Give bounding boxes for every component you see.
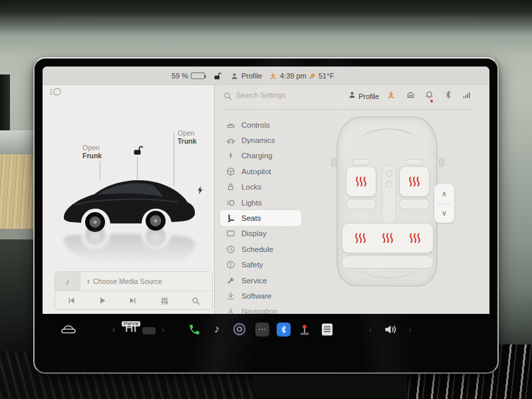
menu-item-lights[interactable]: Lights	[220, 195, 301, 210]
person-icon	[230, 72, 239, 80]
seat-heater-front-left[interactable]	[346, 159, 376, 209]
notifications-bell-icon[interactable]	[425, 90, 434, 99]
menu-label: Controls	[241, 121, 270, 129]
ellipsis-icon: ⋯	[255, 323, 269, 336]
notes-app-button[interactable]	[317, 314, 337, 344]
clock-icon	[225, 245, 235, 254]
menu-item-locks[interactable]: Locks	[220, 180, 301, 195]
windshield-line	[352, 128, 424, 151]
cell-signal-icon	[462, 90, 471, 99]
tesla-touchscreen: 59 % Profile	[33, 57, 499, 374]
dashboard-photo: 59 % Profile	[0, 0, 532, 399]
unlock-indicator[interactable]	[213, 66, 221, 85]
arcade-app-button[interactable]	[295, 314, 315, 344]
battery-icon	[191, 72, 205, 79]
bluetooth-app-button[interactable]	[273, 314, 293, 344]
media-options-icon[interactable]	[160, 297, 169, 305]
car-dynamics-icon	[225, 136, 235, 145]
menu-item-service[interactable]: Service	[220, 273, 301, 288]
seat-heater-rear-right[interactable]	[408, 233, 422, 243]
wrench-icon	[225, 276, 235, 285]
search-divider	[221, 109, 473, 110]
download-icon	[225, 291, 235, 301]
menu-item-navigation[interactable]: Navigation	[220, 304, 301, 314]
previous-track-button[interactable]	[67, 297, 75, 305]
open-frunk-button[interactable]: Open Frunk	[82, 144, 102, 160]
next-track-button[interactable]	[129, 297, 137, 305]
menu-label: Dynamics	[241, 136, 275, 144]
menu-label: Navigation	[241, 307, 277, 314]
menu-label: Lights	[241, 199, 262, 207]
menu-item-controls[interactable]: Controls	[220, 117, 301, 132]
software-update-indicator[interactable]	[269, 66, 277, 85]
seat-cushion	[346, 199, 376, 209]
podcast-app-button[interactable]	[229, 314, 249, 344]
media-back-icon: ‹	[87, 277, 90, 286]
bottom-dock: ‹ Manual HI › ♪ ⋯	[43, 314, 489, 347]
status-bar: 59 % Profile	[43, 66, 489, 85]
bench-cushion	[342, 255, 434, 269]
settings-profile-button[interactable]: Profile	[358, 92, 379, 100]
volume-icon[interactable]	[380, 314, 400, 344]
menu-label: Safety	[241, 261, 263, 269]
driver-profile[interactable]: Profile	[230, 66, 262, 85]
phone-app-button[interactable]	[184, 314, 204, 344]
seat-heater-rear-center[interactable]	[381, 233, 394, 243]
menu-label: Charging	[241, 152, 273, 160]
media-search-icon[interactable]	[192, 297, 200, 305]
seat-icon	[225, 213, 235, 223]
center-console	[382, 164, 396, 224]
update-download-icon	[269, 72, 277, 80]
outside-temperature: 51°F	[307, 66, 334, 85]
menu-item-safety[interactable]: Safety	[220, 257, 301, 273]
menu-item-seats[interactable]: Seats	[220, 210, 301, 225]
menu-item-software[interactable]: Software	[220, 288, 301, 303]
charge-port-flash-icon[interactable]	[197, 186, 203, 194]
open-trunk-button[interactable]: Open Trunk	[178, 129, 197, 145]
media-source-button[interactable]: ‹ Choose Media Source	[80, 272, 162, 291]
profile-label: Profile	[241, 72, 262, 80]
software-update-icon[interactable]	[386, 90, 396, 100]
temp-increase-chevron[interactable]: ›	[153, 314, 173, 344]
temp-label: 51°F	[319, 72, 334, 80]
open-trunk-word1: Open	[178, 129, 195, 137]
seat-heater-front-right[interactable]	[399, 159, 430, 209]
bluetooth-icon	[277, 323, 291, 336]
climate-temp-button[interactable]: HI	[117, 322, 145, 335]
heater-icon	[408, 176, 421, 187]
padlock-icon	[225, 182, 235, 192]
nav-arrow-icon	[225, 307, 235, 314]
media-app-button[interactable]: ♪	[207, 314, 227, 344]
menu-label: Autopilot	[241, 168, 271, 176]
unlock-icon	[213, 72, 221, 80]
menu-item-dynamics[interactable]: Dynamics	[220, 132, 301, 148]
settings-menu: Controls Dynamics Charging Autopilot	[220, 117, 301, 314]
menu-item-display[interactable]: Display	[220, 226, 301, 241]
bluetooth-status-icon[interactable]	[444, 90, 452, 99]
scroll-down-button[interactable]: ∨	[434, 204, 454, 223]
album-art-placeholder: ♪	[55, 272, 80, 291]
volume-up-chevron[interactable]: ›	[400, 314, 420, 344]
open-frunk-word2: Frunk	[82, 152, 102, 160]
seat-heater-rear-left[interactable]	[354, 233, 367, 243]
chevron-down-icon: ∨	[442, 209, 447, 217]
car-status-panel: Open Frunk Open Trunk	[43, 85, 214, 314]
scroll-up-button[interactable]: ∧	[434, 184, 454, 203]
volume-down-chevron[interactable]: ‹	[360, 314, 380, 344]
rear-bench	[342, 223, 434, 269]
cabin-unlock-icon[interactable]	[132, 145, 143, 156]
homelink-icon[interactable]	[406, 90, 415, 99]
menu-item-autopilot[interactable]: Autopilot	[220, 164, 301, 179]
settings-search-input[interactable]	[236, 91, 323, 99]
time-label: 4:39 pm	[280, 72, 307, 80]
more-apps-button[interactable]: ⋯	[252, 314, 272, 344]
menu-item-schedule[interactable]: Schedule	[220, 241, 301, 257]
car-controls-button[interactable]	[59, 314, 78, 344]
car-controls-icon	[225, 120, 235, 130]
menu-item-charging[interactable]: Charging	[220, 148, 301, 164]
play-button[interactable]	[98, 297, 106, 305]
touchscreen-ui: 59 % Profile	[43, 66, 489, 314]
menu-label: Software	[241, 292, 271, 300]
menu-label: Service	[241, 277, 267, 285]
headlights-on-icon	[49, 87, 62, 96]
